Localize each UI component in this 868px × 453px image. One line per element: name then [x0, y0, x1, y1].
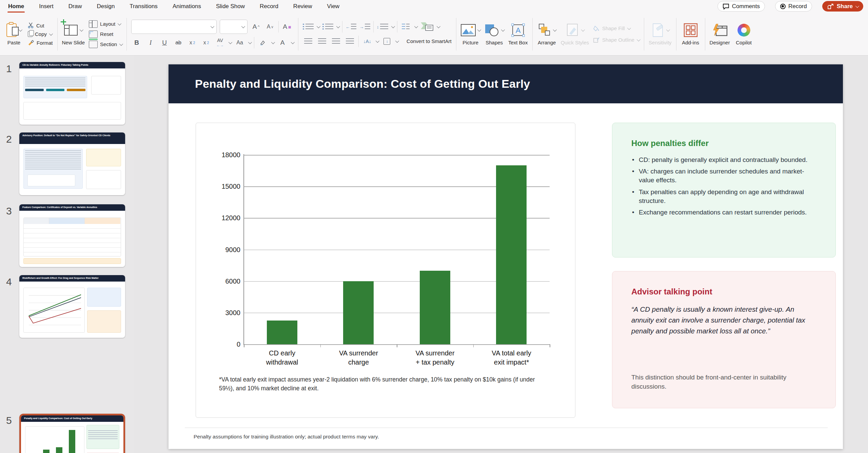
copilot-button[interactable]: Copilot	[734, 22, 754, 45]
align-text-button[interactable]: ↕	[381, 36, 392, 47]
slide-number: 4	[6, 276, 12, 288]
picture-button[interactable]: Picture	[461, 22, 480, 45]
bullet-item: VA: charges can include surrender schedu…	[631, 167, 816, 185]
tab-view[interactable]: View	[327, 1, 340, 12]
shape-fill-button[interactable]: Shape Fill	[593, 25, 639, 32]
text-highlight-button[interactable]	[257, 37, 268, 48]
line-spacing-button[interactable]: ↕	[377, 21, 388, 32]
paste-chevron-icon	[19, 28, 22, 32]
layout-button[interactable]: Layout	[89, 20, 122, 28]
format-painter-button[interactable]: Format	[28, 40, 53, 46]
text-direction-button[interactable]: ↓A↓	[362, 36, 373, 47]
slide-thumbnail-3[interactable]: Feature Comparison: Certificates of Depo…	[19, 204, 125, 267]
reset-button[interactable]: Reset	[89, 30, 122, 38]
slide-number: 5	[6, 415, 12, 426]
shape-outline-button[interactable]: Shape Outline	[593, 37, 639, 43]
convert-smartart-label[interactable]: Convert to SmartArt	[407, 38, 452, 44]
slides-group: New Slide Layout Reset Section	[62, 20, 122, 48]
section-button[interactable]: Section	[89, 41, 122, 48]
justify-button[interactable]	[344, 36, 355, 47]
font-color-chevron-icon	[291, 40, 295, 44]
penalty-bar-chart[interactable]: 1800015000120009000600030000CD early wit…	[196, 123, 575, 418]
bold-button[interactable]: B	[131, 37, 142, 48]
columns-button[interactable]	[400, 21, 411, 32]
slide-thumbnail-4[interactable]: Risk/Return and Growth Effect: Fee Drag …	[19, 275, 125, 338]
tab-review[interactable]: Review	[293, 1, 313, 12]
strikethrough-button[interactable]: ab	[173, 37, 184, 48]
chart-bar-3[interactable]	[420, 271, 450, 344]
subscript-button[interactable]: x2	[201, 37, 212, 48]
highlighter-icon	[260, 40, 266, 45]
align-left-button[interactable]	[303, 36, 314, 47]
chart-bar-1[interactable]	[267, 321, 297, 344]
slide-footer-text[interactable]: Penalty assumptions for training illustr…	[194, 434, 379, 440]
cut-button[interactable]: Cut	[28, 22, 53, 28]
superscript-button[interactable]: x2	[187, 37, 198, 48]
tab-home[interactable]: Home	[7, 1, 25, 12]
align-right-icon	[332, 38, 340, 44]
quick-styles-chevron-icon	[581, 28, 585, 32]
slide-title-band[interactable]: Penalty and Liquidity Comparison: Cost o…	[169, 64, 843, 103]
tab-animations[interactable]: Animations	[172, 1, 202, 12]
chart-bar-2[interactable]	[343, 281, 374, 344]
align-center-button[interactable]	[317, 36, 328, 47]
copy-button[interactable]: Copy	[28, 31, 53, 37]
chart-footnote[interactable]: *VA total early exit impact assumes year…	[219, 375, 551, 393]
tab-transitions[interactable]: Transitions	[129, 1, 158, 12]
change-case-chevron-icon	[248, 40, 252, 44]
new-slide-chevron-icon	[80, 28, 83, 32]
columns-chevron-icon	[414, 24, 418, 28]
smartart-graphic-button[interactable]	[420, 21, 434, 32]
shapes-button[interactable]: Shapes	[485, 22, 504, 45]
chart-x-tick	[320, 344, 321, 347]
chart-bar-4[interactable]	[496, 165, 527, 344]
decrease-font-size-button[interactable]: Av	[264, 21, 275, 32]
increase-indent-icon	[365, 24, 370, 30]
bullets-button[interactable]	[303, 21, 314, 32]
tab-insert[interactable]: Insert	[38, 1, 54, 12]
slide-title[interactable]: Penalty and Liquidity Comparison: Cost o…	[195, 77, 530, 90]
arrange-button[interactable]: Arrange	[537, 22, 557, 45]
italic-button[interactable]: I	[145, 37, 156, 48]
slide-thumbnail-1[interactable]: CD-to-Variable Annuity Rollovers: Fiduci…	[19, 62, 125, 125]
reset-icon	[89, 30, 98, 38]
slide-thumbnail-2[interactable]: Advisory Position: Default to “Do Not Re…	[19, 132, 125, 195]
paste-button[interactable]: Paste	[4, 22, 24, 45]
change-case-button[interactable]: Aa	[234, 37, 245, 48]
addins-button[interactable]: Add-ins	[681, 22, 701, 45]
text-box-button[interactable]: A Text Box	[508, 22, 528, 45]
tab-slide-show[interactable]: Slide Show	[215, 1, 245, 12]
increase-indent-button[interactable]: →	[359, 21, 370, 32]
current-slide[interactable]: Penalty and Liquidity Comparison: Cost o…	[169, 64, 843, 449]
designer-button[interactable]: Designer	[710, 22, 730, 45]
tab-design[interactable]: Design	[96, 1, 115, 12]
justify-icon	[346, 38, 354, 44]
how-penalties-differ-title: How penalties differ	[631, 139, 816, 148]
tab-draw[interactable]: Draw	[68, 1, 83, 12]
slide-thumbnail-5-selected[interactable]: Penalty and Liquidity Comparison: Cost o…	[19, 414, 125, 453]
section-icon	[89, 41, 98, 48]
sensitivity-button[interactable]: Sensitivity	[649, 22, 672, 45]
tab-record[interactable]: Record	[259, 1, 279, 12]
new-slide-button[interactable]: New Slide	[62, 22, 85, 45]
increase-font-size-button[interactable]: A^	[251, 21, 261, 32]
chart-plot-area: 1800015000120009000600030000CD early wit…	[244, 155, 550, 344]
record-icon	[780, 4, 786, 9]
font-color-button[interactable]: A	[277, 37, 288, 48]
share-button[interactable]: Share	[822, 1, 863, 12]
font-size-select[interactable]	[220, 20, 248, 34]
chart-x-tick	[244, 344, 244, 347]
decrease-indent-button[interactable]: ←	[346, 21, 356, 32]
quick-styles-button[interactable]: Quick Styles	[561, 22, 589, 45]
underline-button[interactable]: U	[159, 37, 170, 48]
align-right-button[interactable]	[331, 36, 341, 47]
comments-button[interactable]: Comments	[717, 1, 765, 12]
clear-formatting-button[interactable]: A◆	[282, 21, 293, 32]
advisor-talking-point-box[interactable]: Advisor talking point “A CD penalty is u…	[612, 271, 836, 408]
record-button[interactable]: Record	[775, 1, 812, 12]
font-name-select[interactable]	[131, 20, 217, 34]
how-penalties-differ-box[interactable]: How penalties differ CD: penalty is gene…	[612, 123, 836, 258]
slide-number: 2	[6, 133, 12, 145]
character-spacing-button[interactable]: AV←→	[215, 37, 225, 48]
numbering-button[interactable]	[322, 21, 333, 32]
